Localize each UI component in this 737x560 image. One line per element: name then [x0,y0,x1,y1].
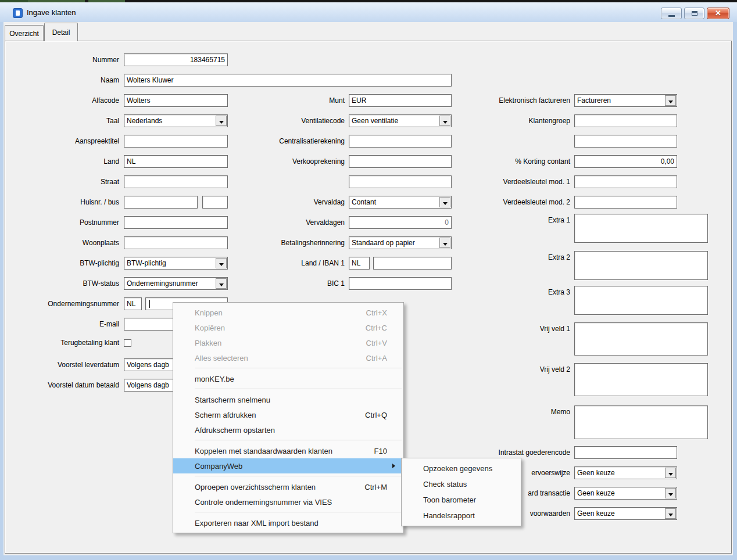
extra-2-textarea[interactable] [574,251,708,280]
vrij-veld-2-textarea[interactable] [574,363,708,396]
email-label: E-mail [0,320,119,329]
app-window: Ingave klanten ✕ Overzicht Detail Nummer… [0,0,737,560]
submenu-arrow-icon [392,464,398,468]
verdeelsleutel-mod-2-input[interactable] [574,196,677,209]
huisnr-bus-input[interactable] [124,196,198,209]
klantengroep-value [577,115,674,127]
land-iban-1-input[interactable]: NL [349,257,370,270]
menu-item-startscherm-snelmenu[interactable]: Startscherm snelmenu [173,392,403,407]
menu-item-afdrukscherm-opstarten[interactable]: Afdrukscherm opstarten [173,422,403,437]
menu-item-koppelen-met-standaardwaarden-klanten[interactable]: Koppelen met standaardwaarden klantenF10 [173,443,403,458]
land-iban-1-label: Land / IBAN 1 [205,259,345,268]
menu-item-controle-ondernemingsnummer-via-vies[interactable]: Controle ondernemingsnummer via VIES [173,494,403,509]
betalingsherinnering-label: Betalingsherinnering [205,238,345,247]
menu-item-kopi-ren[interactable]: KopiërenCtrl+C [173,320,403,335]
menu-item-shortcut: Ctrl+M [364,483,387,491]
vervoerswijze-select[interactable]: Geen keuze [574,466,677,479]
submenu-item-check-status[interactable]: Check status [402,476,521,492]
menu-item-scherm-afdrukken[interactable]: Scherm afdrukkenCtrl+Q [173,407,403,422]
menu-item-shortcut: Ctrl+V [366,339,387,347]
menu-item-label: Exporteren naar XML import bestand [195,519,319,527]
woonplaats-label: Woonplaats [0,238,119,247]
verdeelsleutel-mod-1-input[interactable] [574,175,677,188]
dropdown-arrow-icon[interactable] [665,95,676,106]
betalingsherinnering-select[interactable]: Standaard op papier [349,236,452,249]
menu-item-label: Controle ondernemingsnummer via VIES [195,498,332,507]
aard-transactie-select[interactable]: Geen keuze [574,487,677,500]
naam-input[interactable]: Wolters Kluwer [124,74,452,87]
menu-item-label: Startscherm snelmenu [195,396,270,404]
submenu-item-label: Toon barometer [423,496,476,504]
ventilatiecode-label: Ventilatiecode [205,116,345,125]
dropdown-arrow-icon[interactable] [665,508,676,519]
betalingsherinnering-value: Standaard op papier [352,237,437,249]
menu-item-label: Afdrukscherm opstarten [195,426,275,435]
context-menu: KnippenCtrl+XKopiërenCtrl+CPlakkenCtrl+V… [173,302,404,533]
leveringsvoorwaarden-value: Geen keuze [577,508,663,519]
menu-item-monkey-be[interactable]: monKEY.be [173,371,403,386]
triangle-down [668,100,673,106]
straat-label: Straat [0,177,119,186]
menu-separator [195,368,402,368]
taal-label: Taal [0,116,119,125]
extra-3-label: Extra 3 [431,288,570,297]
nummer-input[interactable]: 183465715 [124,53,228,66]
submenu-item-label: Handelsrapport [423,511,475,520]
munt-label: Munt [205,96,345,105]
menu-item-label: CompanyWeb [195,462,242,471]
extra-3-textarea[interactable] [574,286,708,315]
korting-contant-input[interactable]: 0,00 [574,155,677,168]
ondernemingsnummer-label: Ondernemingsnummer [0,299,119,308]
menu-item-exporteren-naar-xml-import-bestand[interactable]: Exporteren naar XML import bestand [173,515,403,530]
menu-item-label: Knippen [195,308,223,317]
triangle-down [668,514,673,519]
klantengroep-input[interactable] [574,114,677,127]
menu-item-oproepen-overzichtsscherm-klanten[interactable]: Oproepen overzichtsscherm klantenCtrl+M [173,479,403,494]
vervaldagen-label: Vervaldagen [205,218,345,227]
submenu-item-opzoeken-gegevens[interactable]: Opzoeken gegevens [402,461,521,476]
vrij-veld-1-textarea[interactable] [574,322,708,356]
voorstel-datum-betaald-label: Voorstel datum betaald [0,380,119,390]
terugbetaling-klant-checkbox[interactable] [124,339,131,347]
menu-item-alles-selecteren[interactable]: Alles selecterenCtrl+A [173,350,403,365]
menu-item-knippen[interactable]: KnippenCtrl+X [173,305,403,320]
menu-separator [195,389,402,389]
centralisatierekening-input[interactable] [349,135,452,148]
straat-value [127,176,225,188]
verdeelsleutel-mod-1-label: Verdeelsleutel mod. 1 [431,177,570,186]
leveringsvoorwaarden-select[interactable]: Geen keuze [574,507,677,520]
bic-1-label: BIC 1 [205,279,345,288]
memo-textarea[interactable] [574,405,708,439]
extra-1-textarea[interactable] [574,214,708,243]
vrij-veld-2-label: Vrij veld 2 [431,365,570,374]
centralisatierekening-value [352,135,449,147]
intrastat-goederencode-input[interactable] [574,446,677,459]
aard-transactie-value: Geen keuze [577,487,663,499]
menu-item-label: Scherm afdrukken [195,411,256,419]
companyweb-submenu: Opzoeken gegevensCheck statusToon barome… [401,458,521,526]
dropdown-arrow-icon[interactable] [439,238,450,248]
submenu-item-toon-barometer[interactable]: Toon barometer [402,492,521,508]
vervoerswijze-value: Geen keuze [577,467,663,479]
korting-contant-label: % Korting contant [431,157,570,166]
terugbetaling-klant-label: Terugbetaling klant [0,338,119,347]
dropdown-arrow-icon[interactable] [665,488,676,498]
menu-item-companyweb[interactable]: CompanyWeb [173,458,403,473]
straat-input[interactable] [124,175,228,188]
nummer-value: 183465715 [127,54,225,66]
elektronisch-factureren-select[interactable]: Factureren [574,94,677,107]
centralisatierekening-label: Centralisatierekening [205,137,345,146]
klantengroep-2-input[interactable] [574,135,677,148]
extra-1-label: Extra 1 [431,216,570,225]
vrij-veld-1-label: Vrij veld 1 [431,324,570,333]
nummer-label: Nummer [0,55,119,64]
alfacode-label: Alfacode [0,96,119,105]
menu-item-plakken[interactable]: PlakkenCtrl+V [173,335,403,350]
menu-item-shortcut: Ctrl+Q [365,411,387,419]
klantengroep-label: Klantengroep [431,116,570,125]
menu-item-label: Oproepen overzichtsscherm klanten [195,483,316,491]
land-label: Land [0,157,119,166]
ondernemingsnummer-input[interactable]: NL [124,297,142,310]
dropdown-arrow-icon[interactable] [665,468,676,478]
submenu-item-handelsrapport[interactable]: Handelsrapport [402,508,521,523]
